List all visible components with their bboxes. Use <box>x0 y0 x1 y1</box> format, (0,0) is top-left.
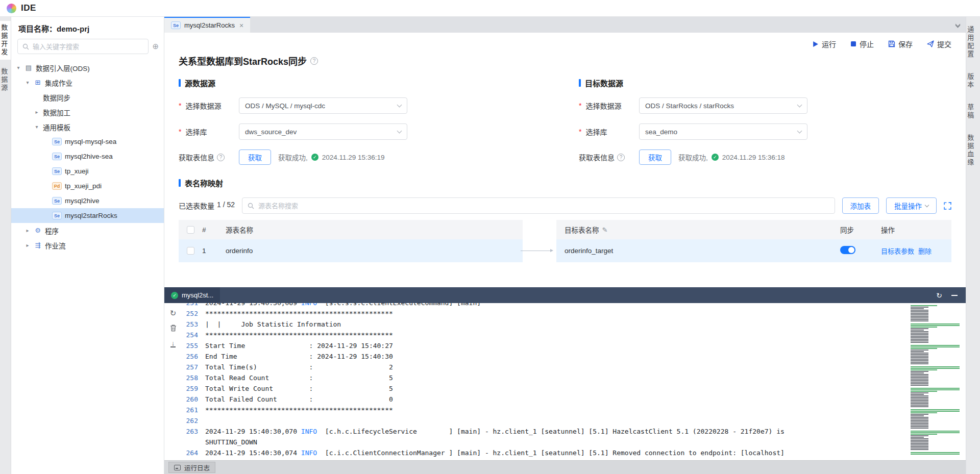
source-datasource-select[interactable]: ODS / MySQL / mysql-cdc <box>239 97 407 114</box>
locate-icon[interactable] <box>152 42 159 51</box>
minimap-line <box>911 449 928 450</box>
column-header-sync: 同步 <box>840 224 881 235</box>
target-datasource-label: 选择数据源 <box>579 101 639 111</box>
seatunnel-badge-icon: Se <box>52 167 62 175</box>
run-button[interactable]: 运行 <box>812 39 836 49</box>
minimap-line <box>911 415 924 416</box>
log-line: 2512024-11-29 15:40:30,069 INFO [s.c.s.s… <box>182 303 966 308</box>
help-icon[interactable] <box>617 154 625 161</box>
tree-item-mysql2hive[interactable]: Semysql2hive <box>11 193 164 208</box>
tree-item-集成作业[interactable]: ▾⊞集成作业 <box>11 75 164 90</box>
sync-toggle[interactable] <box>840 246 855 254</box>
app-window: IDE 数据开发 数据源 项目名称：demo-prj ▾▤数据引入层(ODS)▾… <box>0 0 980 474</box>
minimap-line <box>911 454 960 455</box>
tree-item-作业流[interactable]: ▸⇶作业流 <box>11 238 164 253</box>
target-fetch-button[interactable]: 获取 <box>639 149 671 165</box>
run-log-tab[interactable]: 运行日志 <box>168 462 215 473</box>
collapse-tabs-icon[interactable] <box>956 22 960 27</box>
batch-actions-button[interactable]: 批量操作 <box>886 197 937 214</box>
table-row-target[interactable]: orderinfo_target 目标表参数 删除 <box>556 239 951 262</box>
log-line: 252*************************************… <box>182 308 966 319</box>
log-panel: 2512024-11-29 15:40:30,069 INFO [s.c.s.s… <box>164 303 966 460</box>
panel-tab-data-lineage[interactable]: 数据血缘 <box>966 131 980 170</box>
minimap-line <box>911 337 928 338</box>
tree-item-label: 程序 <box>45 226 59 236</box>
panel-tab-general-config[interactable]: 通用配置 <box>966 23 980 62</box>
log-lines[interactable]: 2512024-11-29 15:40:30,069 INFO [s.c.s.s… <box>182 303 966 460</box>
save-button[interactable]: 保存 <box>888 39 913 49</box>
sidebar-search-input[interactable] <box>33 43 143 51</box>
close-icon[interactable] <box>239 21 243 30</box>
tree-item-通用模板[interactable]: ▾通用模板 <box>11 119 164 134</box>
target-database-select[interactable]: sea_demo <box>639 123 807 140</box>
chevron-down-icon[interactable]: ▾ <box>15 65 21 70</box>
log-line-text: 2024-11-29 15:40:30,069 INFO [s.c.s.s.c.… <box>205 303 813 308</box>
source-fetch-label: 获取表信息 <box>179 152 239 162</box>
tree-item-数据引入层(ODS)[interactable]: ▾▤数据引入层(ODS) <box>11 60 164 75</box>
minimap[interactable] <box>911 305 962 458</box>
add-table-button[interactable]: 添加表 <box>842 197 879 214</box>
source-database-select[interactable]: dws_source_dev <box>239 123 407 140</box>
tree-item-mysql-mysql-sea[interactable]: Semysql-mysql-sea <box>11 134 164 149</box>
tree-item-tp_xueji_pdi[interactable]: Pdtp_xueji_pdi <box>11 179 164 193</box>
trash-icon[interactable] <box>170 325 177 333</box>
seatunnel-badge-icon: Se <box>171 21 181 29</box>
edit-icon[interactable] <box>602 226 608 234</box>
refresh-icon[interactable] <box>936 291 942 300</box>
tree-item-程序[interactable]: ▸⚙程序 <box>11 223 164 238</box>
tree-item-数据同步[interactable]: 数据同步 <box>11 90 164 105</box>
panel-tab-version[interactable]: 版本 <box>966 70 980 92</box>
activity-tab-data-dev[interactable]: 数据开发 <box>0 21 11 60</box>
submit-button[interactable]: 提交 <box>927 39 951 49</box>
app-title: IDE <box>21 3 36 13</box>
delete-link[interactable]: 删除 <box>918 246 932 256</box>
minimap-line <box>911 363 928 364</box>
panel-tab-draft[interactable]: 草稿 <box>966 101 980 123</box>
help-icon[interactable] <box>217 154 225 161</box>
help-icon[interactable] <box>310 57 318 65</box>
select-all-checkbox[interactable] <box>187 226 194 234</box>
log-line-text: 2024-11-29 15:40:30,074 INFO [c.i.c.Clie… <box>205 447 813 458</box>
log-tab[interactable]: mysql2st... <box>164 287 220 303</box>
chevron-right-icon[interactable]: ▸ <box>24 242 31 248</box>
sidebar-searchbox[interactable] <box>17 39 149 54</box>
table-search-input[interactable] <box>258 202 829 210</box>
row-checkbox[interactable] <box>187 247 194 255</box>
tree-item-mysql2starRocks[interactable]: Semysql2starRocks <box>11 208 164 223</box>
chevron-right-icon[interactable]: ▸ <box>24 228 31 233</box>
minimap-line <box>911 434 937 435</box>
minimap-line <box>911 336 928 337</box>
tree-item-tp_xueji[interactable]: Setp_xueji <box>11 164 164 179</box>
minimap-line <box>911 356 928 357</box>
minimap-line <box>911 425 928 426</box>
chevron-right-icon[interactable]: ▸ <box>34 109 40 115</box>
download-icon[interactable] <box>170 340 176 347</box>
table-row-source[interactable]: 1 orderinfo <box>179 239 523 262</box>
editor-tab-mysql2starrocks[interactable]: Se mysql2starRocks <box>164 17 250 33</box>
tree-item-label: mysql-mysql-sea <box>65 138 116 145</box>
minimap-line <box>911 417 928 418</box>
tree-item-label: 作业流 <box>45 240 66 251</box>
chevron-down-icon[interactable]: ▾ <box>34 124 40 130</box>
minimap-line <box>911 320 928 321</box>
tree-item-label: 数据加工 <box>43 107 70 117</box>
minimize-icon[interactable] <box>951 295 958 296</box>
source-fetch-button[interactable]: 获取 <box>239 149 271 165</box>
tree-item-mysql2hive-sea[interactable]: Semysql2hive-sea <box>11 149 164 164</box>
activity-tab-data-source[interactable]: 数据源 <box>0 65 11 95</box>
file-tree: ▾▤数据引入层(ODS)▾⊞集成作业数据同步▸数据加工▾通用模板Semysql-… <box>11 59 164 474</box>
fullscreen-icon[interactable] <box>944 202 951 210</box>
minimap-line <box>911 357 928 358</box>
stop-button[interactable]: 停止 <box>850 39 874 49</box>
log-line-number: 262 <box>182 415 205 426</box>
refresh-icon[interactable] <box>170 309 177 317</box>
table-searchbox[interactable] <box>242 197 835 214</box>
target-table-params-link[interactable]: 目标表参数 <box>881 246 914 256</box>
target-datasource-select[interactable]: ODS / StarRocks / starRocks <box>639 97 807 114</box>
statusbar: 运行日志 <box>164 460 966 474</box>
minimap-line <box>911 382 928 383</box>
tree-item-数据加工[interactable]: ▸数据加工 <box>11 105 164 119</box>
minimap-line <box>911 379 928 380</box>
minimap-line <box>911 397 928 398</box>
chevron-down-icon[interactable]: ▾ <box>24 80 31 85</box>
